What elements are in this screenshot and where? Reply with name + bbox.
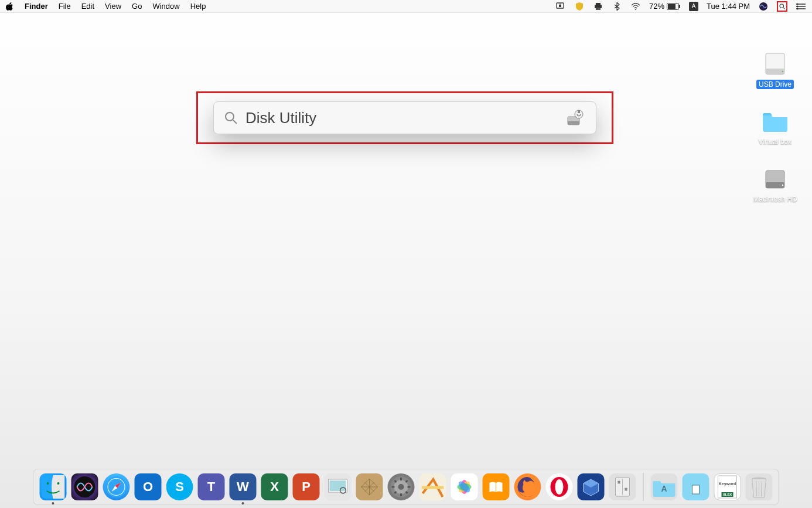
- dock-folder-documents[interactable]: [683, 473, 709, 500]
- svg-rect-19: [766, 69, 784, 74]
- menu-bar-right: 72% A Tue 1:44 PM: [555, 1, 806, 12]
- svg-point-64: [555, 479, 564, 495]
- svg-text:Keyword: Keyword: [719, 482, 736, 486]
- desktop-item-label: Virtual box: [756, 137, 794, 146]
- dock-app-photos[interactable]: [451, 473, 478, 500]
- svg-point-10: [780, 4, 783, 8]
- external-disk-icon: [761, 53, 789, 76]
- disk-utility-icon: [565, 108, 585, 128]
- desktop-icons: USB Drive Virtual box Macintosh HD: [749, 53, 801, 204]
- active-app-name[interactable]: Finder: [25, 2, 48, 11]
- spotlight-menu-icon[interactable]: [777, 1, 787, 12]
- clock[interactable]: Tue 1:44 PM: [707, 2, 750, 11]
- folder-icon: [761, 110, 789, 134]
- battery-percent: 72%: [649, 2, 664, 11]
- svg-point-16: [797, 5, 799, 7]
- svg-rect-7: [668, 4, 675, 9]
- desktop-item-macintosh-hd[interactable]: Macintosh HD: [749, 168, 801, 204]
- printer-icon[interactable]: [593, 1, 603, 12]
- svg-rect-1: [559, 5, 561, 7]
- svg-rect-2: [596, 3, 601, 5]
- dock-app-word[interactable]: W: [230, 473, 257, 500]
- menu-bar: Finder File Edit View Go Window Help 72%…: [0, 0, 812, 13]
- battery-status[interactable]: 72%: [649, 2, 681, 11]
- desktop-item-virtual-box[interactable]: Virtual box: [749, 110, 801, 146]
- dock-app-sketch[interactable]: [356, 473, 383, 500]
- svg-point-24: [226, 112, 234, 121]
- menu-help[interactable]: Help: [190, 2, 206, 11]
- svg-point-31: [47, 482, 49, 485]
- dock-app-system-preferences[interactable]: [388, 473, 415, 500]
- dock-app-firefox[interactable]: [514, 473, 541, 500]
- dock-app-finder[interactable]: [40, 473, 67, 500]
- dock-app-excel[interactable]: X: [261, 473, 288, 500]
- svg-point-5: [635, 9, 636, 10]
- spotlight-highlight-box: [196, 91, 613, 144]
- svg-rect-29: [578, 110, 580, 113]
- menu-file[interactable]: File: [59, 2, 71, 11]
- running-indicator: [242, 502, 244, 504]
- siri-icon[interactable]: [758, 1, 769, 12]
- desktop-item-usb-drive[interactable]: USB Drive: [749, 53, 801, 89]
- svg-point-20: [782, 71, 783, 72]
- wifi-icon[interactable]: [630, 1, 641, 12]
- svg-point-23: [782, 185, 783, 186]
- menu-go[interactable]: Go: [132, 2, 142, 11]
- svg-rect-40: [330, 480, 346, 491]
- svg-line-11: [783, 8, 784, 9]
- svg-line-51: [406, 492, 408, 493]
- dock-app-skype[interactable]: S: [166, 473, 193, 500]
- bluetooth-icon[interactable]: [612, 1, 622, 12]
- dock-app-preview[interactable]: [325, 473, 352, 500]
- dock-app-safari[interactable]: [103, 473, 130, 500]
- svg-point-15: [797, 3, 799, 5]
- desktop-item-label: Macintosh HD: [750, 195, 799, 204]
- keyboard-input-icon[interactable]: A: [689, 2, 698, 11]
- dock-app-virtualbox[interactable]: [578, 473, 605, 500]
- search-icon: [224, 111, 237, 124]
- dock-app-books[interactable]: [483, 473, 510, 500]
- internal-disk-icon: [761, 168, 789, 191]
- svg-point-32: [57, 482, 60, 485]
- running-indicator: [52, 502, 54, 504]
- spotlight-search[interactable]: [213, 101, 596, 134]
- svg-rect-71: [692, 485, 700, 494]
- spotlight-input[interactable]: [245, 109, 557, 127]
- lock-screen-icon[interactable]: [555, 1, 566, 12]
- dock-app-utilities[interactable]: [609, 473, 636, 500]
- menu-view[interactable]: View: [105, 2, 121, 11]
- dock-folder-applications[interactable]: A: [651, 473, 678, 500]
- menu-edit[interactable]: Edit: [81, 2, 94, 11]
- dock-app-teams[interactable]: T: [198, 473, 225, 500]
- dock-separator: [643, 473, 644, 501]
- notification-center-icon[interactable]: [796, 1, 806, 12]
- svg-rect-8: [679, 5, 680, 8]
- desktop-item-label: USB Drive: [756, 80, 794, 89]
- svg-rect-4: [596, 8, 601, 10]
- dock: O S T W X P A KeywordXLSX: [33, 469, 779, 505]
- dock-app-outlook[interactable]: O: [135, 473, 162, 500]
- dock-app-opera[interactable]: [546, 473, 573, 500]
- svg-rect-22: [766, 182, 784, 188]
- dock-app-powerpoint[interactable]: P: [293, 473, 320, 500]
- shield-icon[interactable]: [574, 1, 585, 12]
- menu-window[interactable]: Window: [152, 2, 179, 11]
- dock-app-maps[interactable]: [419, 473, 446, 500]
- dock-trash[interactable]: [746, 473, 773, 500]
- svg-text:A: A: [661, 484, 667, 493]
- svg-point-17: [797, 8, 799, 9]
- svg-line-25: [233, 120, 237, 124]
- svg-line-53: [395, 492, 397, 493]
- svg-rect-27: [568, 121, 579, 125]
- svg-line-52: [406, 480, 408, 482]
- svg-point-45: [398, 484, 404, 490]
- svg-line-50: [395, 480, 397, 482]
- dock-app-siri[interactable]: [71, 473, 98, 500]
- menu-bar-left: Finder File Edit View Go Window Help: [6, 2, 206, 11]
- dock-file-keyword[interactable]: KeywordXLSX: [714, 473, 741, 500]
- svg-text:XLSX: XLSX: [723, 493, 732, 496]
- apple-menu-icon[interactable]: [6, 2, 14, 11]
